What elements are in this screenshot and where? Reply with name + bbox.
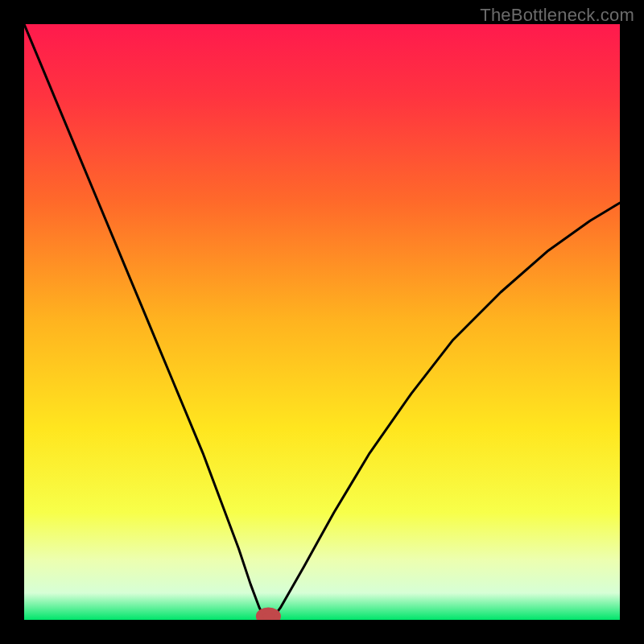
plot-area bbox=[24, 24, 620, 620]
gradient-background bbox=[24, 24, 620, 620]
chart-svg bbox=[24, 24, 620, 620]
optimal-point-marker bbox=[259, 610, 279, 620]
watermark-text: TheBottleneck.com bbox=[480, 5, 634, 26]
chart-frame: TheBottleneck.com bbox=[0, 0, 644, 644]
